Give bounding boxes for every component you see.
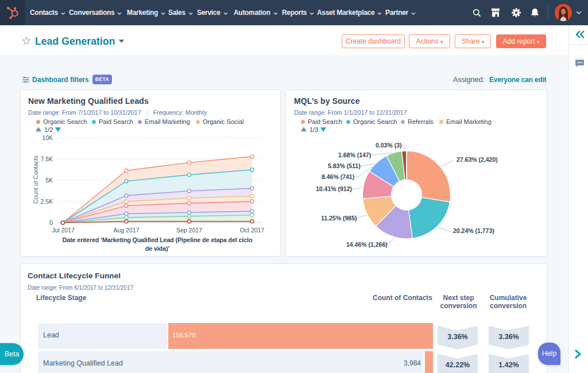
svg-text:10K: 10K	[42, 134, 53, 141]
svg-text:27.63% (2,420): 27.63% (2,420)	[457, 156, 498, 163]
svg-text:5K: 5K	[45, 177, 53, 184]
svg-text:1.68% (147): 1.68% (147)	[338, 151, 371, 158]
svg-text:7.5K: 7.5K	[40, 156, 53, 162]
svg-text:Aug 2017: Aug 2017	[114, 227, 140, 234]
svg-text:Date entered ‘Marketing Qualif: Date entered ‘Marketing Qualified Lead (…	[63, 236, 253, 243]
svg-text:5.83% (511): 5.83% (511)	[328, 162, 361, 169]
svg-text:20.24% (1,773): 20.24% (1,773)	[453, 227, 494, 234]
svg-text:10.41% (912): 10.41% (912)	[316, 185, 352, 192]
svg-text:Oct 2017: Oct 2017	[240, 227, 265, 234]
svg-text:2.5K: 2.5K	[40, 198, 53, 205]
svg-text:8.46% (741): 8.46% (741)	[322, 173, 354, 180]
svg-text:14.46% (1,266): 14.46% (1,266)	[346, 241, 388, 248]
svg-text:11.25% (985): 11.25% (985)	[321, 215, 357, 222]
svg-text:0: 0	[49, 219, 53, 226]
svg-text:Jul 2017: Jul 2017	[52, 227, 75, 234]
svg-text:0.03% (3): 0.03% (3)	[376, 142, 402, 149]
svg-text:de vida)’: de vida)’	[145, 245, 170, 252]
svg-text:Count of Contacts: Count of Contacts	[32, 156, 39, 204]
svg-text:Sep 2017: Sep 2017	[176, 227, 202, 234]
